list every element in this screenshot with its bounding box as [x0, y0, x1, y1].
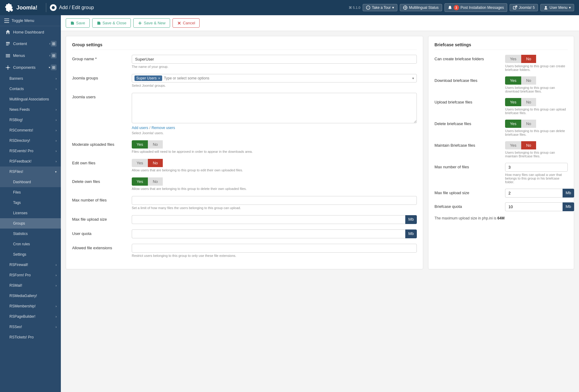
tour-icon: i [366, 5, 370, 10]
joomla-groups-label: Joomla groups [72, 74, 127, 80]
edit-own-no-button[interactable]: No [148, 159, 163, 167]
moderate-no-button[interactable]: No [148, 140, 163, 149]
page-title-icon [50, 4, 57, 11]
user-quota-control: Mb [132, 229, 417, 238]
sidebar-item-rsblog[interactable]: RSBlog! › [0, 115, 61, 125]
sidebar-item-banners[interactable]: Banners › [0, 73, 61, 84]
tag-remove-button[interactable]: ✕ [158, 77, 160, 80]
group-name-input[interactable] [132, 55, 417, 64]
delete-own-hint: Allow users that are belonging to this g… [132, 187, 417, 191]
components-grid-button[interactable]: ⊞ [51, 65, 57, 70]
sidebar-toggle[interactable]: Toggle Menu [0, 15, 61, 26]
save-new-icon [138, 21, 142, 25]
sidebar-item-rsfiles[interactable]: RSFiles! ▾ [0, 166, 61, 177]
remove-users-link[interactable]: Remove users [152, 126, 175, 130]
add-users-link[interactable]: Add users [132, 126, 148, 130]
allowed-ext-input[interactable] [132, 244, 417, 253]
group-settings-title: Group settings [72, 42, 417, 50]
sidebar-item-rsfiles-cron[interactable]: Cron rules [0, 239, 61, 249]
joomla-users-textarea[interactable] [132, 93, 417, 123]
sidebar-item-rsfiles-settings[interactable]: Settings [0, 249, 61, 260]
max-files-input[interactable] [132, 196, 417, 205]
sidebar-item-rsfirewall[interactable]: RSFirewall! › [0, 260, 61, 270]
notifications-button[interactable]: 3 Post Installation Messages [445, 3, 507, 12]
sidebar-item-rsfiles-licenses[interactable]: Licenses [0, 208, 61, 218]
sidebar-item-rspagebuilder[interactable]: RSPageBuilder! › [0, 311, 61, 322]
sidebar-item-rsfiles-tags[interactable]: Tags [0, 198, 61, 208]
banners-chevron-icon: › [56, 77, 57, 80]
sidebar-item-rsdirectory[interactable]: RSDirectory! › [0, 135, 61, 146]
save-button[interactable]: Save [66, 18, 90, 28]
download-no-button[interactable]: No [521, 76, 536, 85]
user-quota-input[interactable] [132, 229, 405, 238]
delete-briefcase-row: Delete briefcase files Yes No Users belo… [434, 120, 568, 136]
sidebar-item-components[interactable]: Components ▾ ⊞ [0, 61, 61, 73]
briefcase-quota-input[interactable] [505, 202, 563, 211]
delete-own-no-button[interactable]: No [148, 177, 163, 186]
content-label: Content [13, 41, 27, 46]
menus-grid-button[interactable]: ⊞ [51, 53, 57, 58]
sidebar-item-multilingual[interactable]: Multilingual Associations [0, 94, 61, 104]
cancel-button[interactable]: Cancel [173, 18, 200, 28]
upload-no-button[interactable]: No [521, 98, 536, 106]
edit-icon [51, 6, 55, 9]
sidebar-item-rsfiles-dashboard[interactable]: Dashboard [0, 177, 61, 187]
can-create-toggle: Yes No [505, 55, 568, 63]
moderate-yes-button[interactable]: Yes [132, 140, 148, 149]
tag-select-arrow-icon: ▾ [412, 76, 414, 80]
multilingual-label: Multilingual Associations [9, 97, 49, 101]
sidebar-item-home[interactable]: Home Dashboard [0, 26, 61, 38]
multilingual-status-button[interactable]: Multilingual Status [400, 4, 442, 11]
user-menu-button[interactable]: User Menu ▾ [540, 4, 574, 11]
sidebar-item-menus[interactable]: Menus › ⊞ [0, 50, 61, 61]
sidebar-item-rsfeedback[interactable]: RSFeedback! › [0, 156, 61, 166]
joomla5-button[interactable]: Joomla! 5 [510, 4, 538, 11]
rsdirectory-label: RSDirectory! [9, 138, 30, 143]
joomla-groups-row: Joomla groups Super Users ✕ ▾ Select Joo… [72, 74, 417, 87]
take-a-tour-button[interactable]: i Take a Tour ▾ [363, 4, 397, 11]
save-close-button[interactable]: Save & Close [92, 18, 131, 28]
delete-no-button[interactable]: No [521, 120, 536, 128]
rsblog-chevron-icon: › [56, 118, 57, 122]
sidebar-item-rsmediagallery[interactable]: RSMediaGallery! [0, 291, 61, 301]
maintain-no-button[interactable]: No [521, 141, 536, 149]
sidebar-item-rstickets[interactable]: RSTickets! Pro [0, 332, 61, 342]
edit-own-yes-button[interactable]: Yes [132, 159, 148, 167]
save-new-button[interactable]: Save & New [133, 18, 170, 28]
sidebar-item-newsfeeds[interactable]: News Feeds › [0, 104, 61, 115]
delete-briefcase-toggle: Yes No [505, 120, 568, 128]
max-upload-size-label: Max file upload size [72, 215, 127, 222]
can-create-yes-button[interactable]: Yes [505, 55, 521, 63]
rsfiles-settings-label: Settings [13, 252, 26, 257]
rsfiles-groups-label: Groups [13, 221, 25, 226]
sidebar-item-rsfiles-files[interactable]: Files [0, 187, 61, 198]
delete-yes-button[interactable]: Yes [505, 120, 521, 128]
briefcase-max-files-hint: How many files can upload a user that be… [505, 173, 568, 184]
download-yes-button[interactable]: Yes [505, 76, 521, 85]
sidebar-item-rscomments[interactable]: RSComments! › [0, 125, 61, 135]
external-link-icon [513, 5, 517, 10]
can-create-no-button[interactable]: No [521, 55, 536, 63]
sidebar-item-rsfiles-statistics[interactable]: Statistics [0, 229, 61, 239]
sidebar-item-rsseo[interactable]: RSSeo! › [0, 322, 61, 332]
delete-own-yes-button[interactable]: Yes [132, 177, 148, 186]
sidebar-item-rsform[interactable]: RSForm! Pro › [0, 270, 61, 280]
sidebar-item-rsmembership[interactable]: RSMembership! › [0, 301, 61, 311]
content-grid-button[interactable]: ⊞ [51, 41, 57, 47]
sidebar-item-content[interactable]: Content › ⊞ [0, 38, 61, 50]
sidebar-item-rsfiles-groups[interactable]: Groups [0, 218, 61, 229]
joomla-groups-select[interactable]: Super Users ✕ ▾ [132, 74, 417, 82]
max-files-label: Max number of files [72, 196, 127, 202]
rsmediagallery-label: RSMediaGallery! [9, 294, 37, 298]
joomla-groups-input[interactable] [164, 76, 410, 80]
sidebar-item-rsevents[interactable]: RSEvents! Pro › [0, 146, 61, 156]
sidebar-item-rsmail[interactable]: RSMail! › [0, 280, 61, 291]
sidebar-item-contacts[interactable]: Contacts › [0, 84, 61, 94]
max-upload-size-input[interactable] [132, 215, 405, 224]
components-chevron-icon: ▾ [49, 66, 50, 69]
briefcase-max-files-input[interactable] [505, 163, 568, 172]
briefcase-max-upload-input[interactable] [505, 189, 563, 198]
maintain-yes-button[interactable]: Yes [505, 141, 521, 149]
moderate-control: Yes No Files uploaded will need to be ap… [132, 140, 417, 153]
upload-yes-button[interactable]: Yes [505, 98, 521, 106]
